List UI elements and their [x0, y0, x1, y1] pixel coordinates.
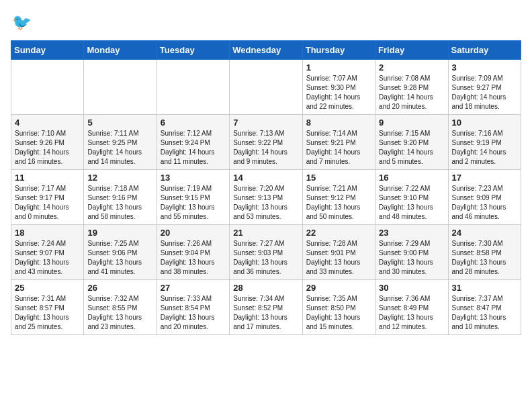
calendar-cell: 3Sunrise: 7:09 AM Sunset: 9:27 PM Daylig… [448, 60, 521, 115]
day-number: 29 [306, 283, 371, 293]
day-info: Sunrise: 7:10 AM Sunset: 9:26 PM Dayligh… [15, 129, 80, 167]
day-number: 30 [379, 283, 444, 293]
page-header: 🐦 [11, 11, 521, 35]
logo-icon: 🐦 [11, 11, 35, 35]
calendar-cell: 26Sunrise: 7:32 AM Sunset: 8:55 PM Dayli… [84, 280, 157, 335]
day-info: Sunrise: 7:29 AM Sunset: 9:00 PM Dayligh… [379, 239, 444, 277]
day-info: Sunrise: 7:22 AM Sunset: 9:10 PM Dayligh… [379, 184, 444, 222]
calendar-cell: 13Sunrise: 7:19 AM Sunset: 9:15 PM Dayli… [157, 170, 229, 225]
calendar-table: SundayMondayTuesdayWednesdayThursdayFrid… [11, 40, 521, 335]
calendar-cell: 28Sunrise: 7:34 AM Sunset: 8:52 PM Dayli… [230, 280, 302, 335]
calendar-header-row: SundayMondayTuesdayWednesdayThursdayFrid… [11, 41, 521, 60]
calendar-cell: 30Sunrise: 7:36 AM Sunset: 8:49 PM Dayli… [375, 280, 448, 335]
day-header-wednesday: Wednesday [230, 41, 302, 60]
day-number: 19 [87, 228, 152, 238]
day-info: Sunrise: 7:32 AM Sunset: 8:55 PM Dayligh… [87, 294, 152, 332]
day-info: Sunrise: 7:21 AM Sunset: 9:12 PM Dayligh… [306, 184, 371, 222]
calendar-cell: 11Sunrise: 7:17 AM Sunset: 9:17 PM Dayli… [11, 170, 84, 225]
day-info: Sunrise: 7:35 AM Sunset: 8:50 PM Dayligh… [306, 294, 371, 332]
day-info: Sunrise: 7:16 AM Sunset: 9:19 PM Dayligh… [452, 129, 517, 167]
calendar-cell: 16Sunrise: 7:22 AM Sunset: 9:10 PM Dayli… [375, 170, 448, 225]
day-number: 12 [87, 173, 152, 183]
day-info: Sunrise: 7:15 AM Sunset: 9:20 PM Dayligh… [379, 129, 444, 167]
day-number: 18 [15, 228, 80, 238]
day-number: 13 [161, 173, 226, 183]
day-number: 17 [452, 173, 517, 183]
day-number: 4 [15, 118, 80, 128]
day-info: Sunrise: 7:23 AM Sunset: 9:09 PM Dayligh… [452, 184, 517, 222]
day-info: Sunrise: 7:11 AM Sunset: 9:25 PM Dayligh… [87, 129, 152, 167]
calendar-cell: 22Sunrise: 7:28 AM Sunset: 9:01 PM Dayli… [302, 225, 375, 280]
calendar-cell: 6Sunrise: 7:12 AM Sunset: 9:24 PM Daylig… [157, 115, 229, 170]
calendar-week-row: 25Sunrise: 7:31 AM Sunset: 8:57 PM Dayli… [11, 280, 521, 335]
calendar-cell [230, 60, 302, 115]
calendar-week-row: 11Sunrise: 7:17 AM Sunset: 9:17 PM Dayli… [11, 170, 521, 225]
day-number: 11 [15, 173, 80, 183]
calendar-cell: 27Sunrise: 7:33 AM Sunset: 8:54 PM Dayli… [157, 280, 229, 335]
calendar-cell: 12Sunrise: 7:18 AM Sunset: 9:16 PM Dayli… [84, 170, 157, 225]
day-number: 2 [379, 62, 444, 73]
day-number: 25 [15, 283, 80, 293]
day-info: Sunrise: 7:30 AM Sunset: 8:58 PM Dayligh… [452, 239, 517, 277]
day-number: 8 [306, 118, 371, 128]
day-header-sunday: Sunday [11, 41, 84, 60]
day-number: 7 [233, 118, 298, 128]
day-number: 21 [233, 228, 298, 238]
day-info: Sunrise: 7:36 AM Sunset: 8:49 PM Dayligh… [379, 294, 444, 332]
calendar-cell: 17Sunrise: 7:23 AM Sunset: 9:09 PM Dayli… [448, 170, 521, 225]
day-number: 31 [452, 283, 517, 293]
day-number: 5 [87, 118, 152, 128]
calendar-cell: 15Sunrise: 7:21 AM Sunset: 9:12 PM Dayli… [302, 170, 375, 225]
day-number: 9 [379, 118, 444, 128]
calendar-cell: 14Sunrise: 7:20 AM Sunset: 9:13 PM Dayli… [230, 170, 302, 225]
logo: 🐦 [11, 11, 38, 35]
day-info: Sunrise: 7:24 AM Sunset: 9:07 PM Dayligh… [15, 239, 80, 277]
day-number: 15 [306, 173, 371, 183]
calendar-cell: 21Sunrise: 7:27 AM Sunset: 9:03 PM Dayli… [230, 225, 302, 280]
day-header-saturday: Saturday [448, 41, 521, 60]
day-info: Sunrise: 7:07 AM Sunset: 9:30 PM Dayligh… [306, 74, 371, 111]
day-info: Sunrise: 7:26 AM Sunset: 9:04 PM Dayligh… [161, 239, 226, 277]
day-info: Sunrise: 7:12 AM Sunset: 9:24 PM Dayligh… [161, 129, 226, 167]
calendar-cell: 4Sunrise: 7:10 AM Sunset: 9:26 PM Daylig… [11, 115, 84, 170]
calendar-cell: 8Sunrise: 7:14 AM Sunset: 9:21 PM Daylig… [302, 115, 375, 170]
day-number: 23 [379, 228, 444, 238]
day-number: 27 [161, 283, 226, 293]
calendar-cell: 18Sunrise: 7:24 AM Sunset: 9:07 PM Dayli… [11, 225, 84, 280]
calendar-cell: 5Sunrise: 7:11 AM Sunset: 9:25 PM Daylig… [84, 115, 157, 170]
calendar-cell: 7Sunrise: 7:13 AM Sunset: 9:22 PM Daylig… [230, 115, 302, 170]
day-number: 1 [306, 62, 371, 73]
day-info: Sunrise: 7:13 AM Sunset: 9:22 PM Dayligh… [233, 129, 298, 167]
day-info: Sunrise: 7:14 AM Sunset: 9:21 PM Dayligh… [306, 129, 371, 167]
day-number: 20 [161, 228, 226, 238]
day-header-friday: Friday [375, 41, 448, 60]
day-number: 16 [379, 173, 444, 183]
calendar-cell: 24Sunrise: 7:30 AM Sunset: 8:58 PM Dayli… [448, 225, 521, 280]
day-info: Sunrise: 7:31 AM Sunset: 8:57 PM Dayligh… [15, 294, 80, 332]
day-header-thursday: Thursday [302, 41, 375, 60]
day-header-monday: Monday [84, 41, 157, 60]
calendar-cell: 9Sunrise: 7:15 AM Sunset: 9:20 PM Daylig… [375, 115, 448, 170]
calendar-week-row: 18Sunrise: 7:24 AM Sunset: 9:07 PM Dayli… [11, 225, 521, 280]
day-info: Sunrise: 7:34 AM Sunset: 8:52 PM Dayligh… [233, 294, 298, 332]
calendar-week-row: 4Sunrise: 7:10 AM Sunset: 9:26 PM Daylig… [11, 115, 521, 170]
day-info: Sunrise: 7:17 AM Sunset: 9:17 PM Dayligh… [15, 184, 80, 222]
day-number: 28 [233, 283, 298, 293]
calendar-cell: 20Sunrise: 7:26 AM Sunset: 9:04 PM Dayli… [157, 225, 229, 280]
day-number: 22 [306, 228, 371, 238]
day-number: 24 [452, 228, 517, 238]
calendar-cell: 2Sunrise: 7:08 AM Sunset: 9:28 PM Daylig… [375, 60, 448, 115]
day-info: Sunrise: 7:27 AM Sunset: 9:03 PM Dayligh… [233, 239, 298, 277]
day-number: 10 [452, 118, 517, 128]
calendar-cell [11, 60, 84, 115]
calendar-cell: 23Sunrise: 7:29 AM Sunset: 9:00 PM Dayli… [375, 225, 448, 280]
day-number: 3 [452, 62, 517, 73]
day-number: 14 [233, 173, 298, 183]
day-info: Sunrise: 7:37 AM Sunset: 8:47 PM Dayligh… [452, 294, 517, 332]
day-number: 6 [161, 118, 226, 128]
calendar-cell [157, 60, 229, 115]
day-info: Sunrise: 7:08 AM Sunset: 9:28 PM Dayligh… [379, 74, 444, 111]
calendar-cell: 29Sunrise: 7:35 AM Sunset: 8:50 PM Dayli… [302, 280, 375, 335]
day-info: Sunrise: 7:19 AM Sunset: 9:15 PM Dayligh… [161, 184, 226, 222]
calendar-cell: 25Sunrise: 7:31 AM Sunset: 8:57 PM Dayli… [11, 280, 84, 335]
